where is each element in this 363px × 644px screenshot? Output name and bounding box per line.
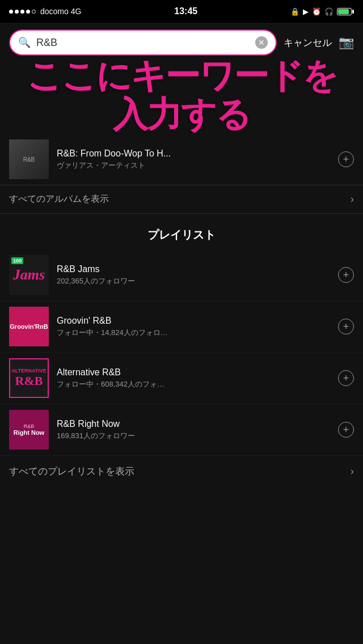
add-album-button[interactable]: + [338,151,354,167]
album-thumb-image: R&B [9,139,49,179]
playlist-thumb-right-now: R&B Right Now [9,410,49,450]
location-icon: ▶ [303,7,309,16]
playlist-item-rnb-jams[interactable]: 100 Jams R&B Jams 202,365人のフォロワー + [0,249,363,301]
battery-indicator [337,8,354,15]
playlist-meta-alt: フォロー中・608,342人のフォ… [57,379,330,389]
camera-button[interactable]: 📷 [339,35,354,50]
album-info: R&B: From Doo-Wop To H... ヴァリアス・アーティスト [57,149,330,171]
search-input[interactable] [36,37,250,49]
status-time: 13:45 [174,6,197,16]
add-right-now-button[interactable]: + [338,422,354,438]
show-all-playlists-chevron: › [351,465,354,477]
signal-dots [9,10,36,14]
annotation-overlay: ここにキーワードを入力する [0,57,363,134]
album-result-item[interactable]: R&B R&B: From Doo-Wop To H... ヴァリアス・アーティ… [0,134,363,185]
annotation-text: ここにキーワードを入力する [0,57,363,134]
show-all-albums-label: すべてのアルバムを表示 [9,193,109,205]
search-input-wrapper[interactable]: 🔍 ✕ [9,29,277,56]
cancel-button[interactable]: キャンセル [284,36,332,49]
playlist-info-groovin: Groovin' R&B フォロー中・14,824人のフォロ… [57,316,330,338]
playlist-title-rnb-jams: R&B Jams [57,264,330,274]
alt-label: ALTERNATIVE [11,368,47,374]
alarm-icon: ⏰ [312,7,321,16]
album-thumbnail: R&B [9,139,49,179]
show-all-albums-chevron: › [351,193,354,205]
playlist-thumb-groovin: Groovin'RnB [9,307,49,346]
status-bar: docomo 4G 13:45 🔒 ▶ ⏰ 🎧 [0,0,363,23]
lock-icon: 🔒 [290,7,299,16]
playlist-item-groovin[interactable]: Groovin'RnB Groovin' R&B フォロー中・14,824人のフ… [0,301,363,353]
playlist-item-right-now[interactable]: R&B Right Now R&B Right Now 169,831人のフォロ… [0,404,363,456]
right-now-small-label: R&B [24,423,35,429]
playlist-item-alt-rnb[interactable]: ALTERNATIVE R&B Alternative R&B フォロー中・60… [0,353,363,404]
battery-tip [352,10,354,14]
signal-dot-1 [9,10,13,14]
playlist-section-heading: プレイリスト [0,214,363,249]
right-now-title-label: Right Now [14,429,44,436]
groovin-label: Groovin'RnB [10,323,48,331]
playlist-meta-right-now: 169,831人のフォロワー [57,431,330,441]
status-left: docomo 4G [9,7,82,16]
show-all-playlists-row[interactable]: すべてのプレイリストを表示 › [0,456,363,487]
show-all-playlists-label: すべてのプレイリストを表示 [9,465,134,478]
playlist-thumb-rnb-jams: 100 Jams [9,255,49,295]
status-right: 🔒 ▶ ⏰ 🎧 [290,7,354,16]
rnb-jams-badge: 100 [11,257,23,264]
battery-fill [338,9,349,14]
playlist-title-alt: Alternative R&B [57,367,330,378]
playlist-thumb-alt: ALTERNATIVE R&B [9,358,49,398]
alt-rnb-label: R&B [15,374,43,388]
clear-button[interactable]: ✕ [255,36,268,49]
headphone-icon: 🎧 [324,7,334,16]
add-alt-button[interactable]: + [338,370,354,386]
rnb-jams-label: Jams [13,266,45,283]
album-title: R&B: From Doo-Wop To H... [57,149,330,159]
playlist-info-rnb-jams: R&B Jams 202,365人のフォロワー [57,264,330,286]
playlist-title-groovin: Groovin' R&B [57,316,330,326]
battery-body [337,8,352,15]
signal-dot-3 [20,10,24,14]
signal-dot-2 [15,10,19,14]
show-all-albums-row[interactable]: すべてのアルバムを表示 › [0,185,363,214]
signal-dot-4 [26,10,30,14]
network-label: 4G [71,7,82,16]
add-groovin-button[interactable]: + [338,319,354,334]
playlist-info-right-now: R&B Right Now 169,831人のフォロワー [57,419,330,441]
search-icon: 🔍 [18,36,31,49]
signal-dot-5 [32,10,36,14]
playlist-title-right-now: R&B Right Now [57,419,330,429]
album-artist: ヴァリアス・アーティスト [57,160,330,171]
playlist-info-alt: Alternative R&B フォロー中・608,342人のフォ… [57,367,330,389]
search-bar: 🔍 ✕ キャンセル 📷 [0,23,363,62]
add-rnb-jams-button[interactable]: + [338,267,354,283]
carrier-label: docomo [40,7,69,16]
playlist-meta-rnb-jams: 202,365人のフォロワー [57,276,330,286]
playlist-meta-groovin: フォロー中・14,824人のフォロ… [57,328,330,338]
